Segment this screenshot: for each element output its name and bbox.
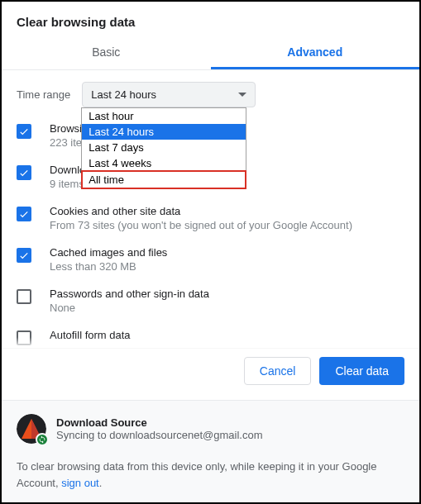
item-title: Passwords and other sign-in data: [50, 288, 404, 300]
list-item: Cached images and files Less than 320 MB: [17, 246, 404, 273]
footer-note: To clear browsing data from this device …: [17, 459, 404, 491]
account-row: Download Source Syncing to downloadsourc…: [17, 414, 404, 444]
time-range-selected: Last 24 hours: [91, 88, 156, 101]
time-range-dropdown[interactable]: Last 24 hours Last hour Last 24 hours La…: [82, 82, 256, 107]
option-last-24-hours[interactable]: Last 24 hours: [82, 124, 246, 140]
footer-note-suffix: .: [99, 477, 103, 489]
option-last-hour[interactable]: Last hour: [82, 108, 246, 124]
item-subtitle: None: [50, 302, 404, 314]
dialog-title: Clear browsing data: [17, 15, 404, 29]
item-subtitle: Less than 320 MB: [50, 260, 404, 273]
list-item: Passwords and other sign-in data None: [17, 288, 404, 314]
checkbox-browsing-history[interactable]: [17, 124, 31, 139]
check-icon: [18, 167, 30, 178]
option-all-time[interactable]: All time: [82, 171, 246, 188]
list-item: Cookies and other site data From 73 site…: [17, 205, 404, 231]
dialog-actions: Cancel Clear data: [2, 348, 419, 400]
checkbox-passwords[interactable]: [17, 289, 31, 304]
tabs: Basic Advanced: [2, 36, 419, 70]
option-last-7-days[interactable]: Last 7 days: [82, 140, 246, 155]
item-title: Cached images and files: [50, 246, 404, 259]
checkbox-cookies[interactable]: [17, 207, 31, 221]
time-range-label: Time range: [17, 88, 70, 101]
cancel-button[interactable]: Cancel: [244, 357, 312, 385]
tab-basic[interactable]: Basic: [2, 36, 211, 69]
item-subtitle: From 73 sites (you won't be signed out o…: [50, 219, 404, 231]
avatar: [17, 414, 46, 444]
item-title: Cookies and other site data: [50, 205, 404, 217]
chevron-down-icon: [238, 93, 246, 97]
account-sync-line: Syncing to downloadsourcenet@gmail.com: [56, 429, 263, 441]
tab-advanced[interactable]: Advanced: [211, 36, 420, 69]
account-name: Download Source: [56, 416, 263, 429]
checkbox-download-history[interactable]: [17, 165, 31, 180]
scroll-fade: [2, 337, 419, 348]
check-icon: [18, 208, 30, 220]
option-last-4-weeks[interactable]: Last 4 weeks: [82, 155, 246, 171]
clear-data-button[interactable]: Clear data: [319, 357, 404, 385]
sync-badge-icon: [36, 433, 49, 446]
time-range-options: Last hour Last 24 hours Last 7 days Last…: [81, 107, 246, 189]
checkbox-cache[interactable]: [17, 248, 31, 263]
check-icon: [18, 250, 30, 261]
sign-out-link[interactable]: sign out: [61, 477, 99, 489]
check-icon: [18, 126, 30, 137]
